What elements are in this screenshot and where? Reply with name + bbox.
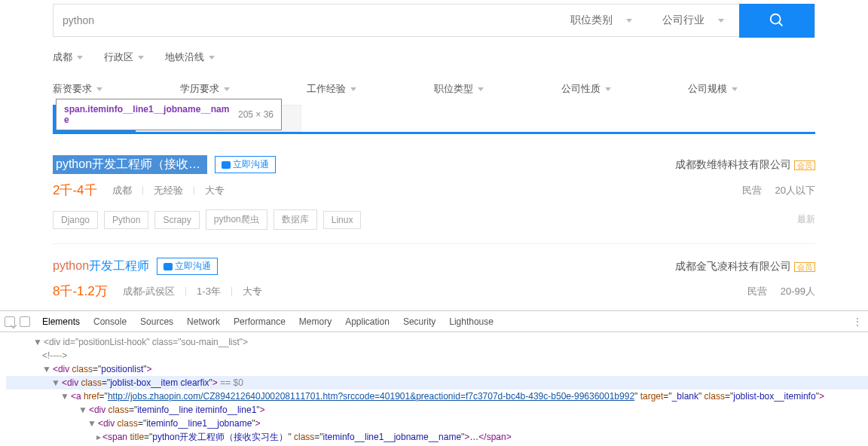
- dt-tab-sources[interactable]: Sources: [140, 316, 173, 327]
- dt-tab-security[interactable]: Security: [403, 316, 436, 327]
- loc-city[interactable]: 成都: [53, 50, 83, 64]
- job-card[interactable]: python开发工程师 立即沟通 成都金飞凌科技有限公司会员 8千-1.2万 成…: [53, 244, 815, 303]
- job-category-dropdown[interactable]: 职位类别: [555, 14, 647, 27]
- search-button[interactable]: [739, 4, 815, 38]
- skill-tag[interactable]: Django: [53, 211, 98, 229]
- job-list: python开发工程师（接收实习... 立即沟通 成都数维特科技有限公司会员 2…: [53, 134, 815, 310]
- chevron-down-icon: [138, 56, 144, 60]
- chat-button[interactable]: 立即沟通: [215, 156, 276, 173]
- skill-tag[interactable]: Linux: [323, 211, 362, 229]
- job-title[interactable]: python开发工程师: [53, 258, 149, 274]
- job-meta: 无经验: [154, 184, 183, 197]
- member-badge: 会员: [794, 160, 815, 170]
- salary: 2千-4千: [53, 182, 97, 199]
- skill-tag[interactable]: 数据库: [274, 209, 317, 230]
- dt-tab-application[interactable]: Application: [345, 316, 390, 327]
- corp-info: 民营20人以下: [742, 184, 815, 197]
- filter-education[interactable]: 学历要求: [180, 82, 307, 96]
- elements-tree[interactable]: ▼<div id="positionList-hook" class="sou-…: [0, 332, 868, 446]
- company-name[interactable]: 成都金飞凌科技有限公司会员: [675, 260, 815, 273]
- corp-info: 民营20-99人: [747, 285, 815, 298]
- member-badge: 会员: [794, 262, 815, 272]
- svg-point-0: [771, 14, 781, 24]
- dt-tab-lighthouse[interactable]: Lighthouse: [449, 316, 494, 327]
- skill-tag[interactable]: python爬虫: [206, 209, 267, 230]
- devtools-panel: Elements Console Sources Network Perform…: [0, 310, 868, 446]
- dt-tab-performance[interactable]: Performance: [234, 316, 286, 327]
- job-meta: 1-3年: [197, 285, 221, 298]
- job-meta: 大专: [243, 285, 262, 298]
- chevron-down-icon: [209, 56, 215, 60]
- latest-badge: 最新: [797, 213, 815, 226]
- more-icon[interactable]: ⋮: [853, 316, 863, 327]
- industry-dropdown[interactable]: 公司行业: [647, 14, 739, 27]
- tooltip-selector: span.iteminfo__line1__jobname__name: [64, 104, 232, 125]
- filter-jobtype[interactable]: 职位类型: [434, 82, 561, 96]
- chat-icon: [222, 161, 231, 169]
- dt-tab-console[interactable]: Console: [93, 316, 127, 327]
- svg-line-1: [779, 23, 783, 26]
- job-title[interactable]: python开发工程师（接收实习...: [53, 155, 207, 174]
- company-name[interactable]: 成都数维特科技有限公司会员: [675, 158, 815, 172]
- devtools-toolbar: Elements Console Sources Network Perform…: [0, 311, 868, 332]
- job-card[interactable]: python开发工程师（接收实习... 立即沟通 成都数维特科技有限公司会员 2…: [53, 142, 815, 244]
- filter-experience[interactable]: 工作经验: [307, 82, 434, 96]
- chevron-down-icon: [626, 19, 632, 23]
- skill-tag[interactable]: Python: [104, 211, 148, 229]
- inspect-icon[interactable]: [5, 316, 15, 327]
- chevron-down-icon: [350, 87, 356, 91]
- chat-button[interactable]: 立即沟通: [157, 258, 218, 275]
- chevron-down-icon: [718, 19, 724, 23]
- dt-tab-memory[interactable]: Memory: [299, 316, 332, 327]
- inspector-tooltip: span.iteminfo__line1__jobname__name 205 …: [56, 99, 282, 130]
- filter-salary[interactable]: 薪资要求: [53, 82, 180, 96]
- chevron-down-icon: [732, 87, 738, 91]
- chevron-down-icon: [224, 87, 230, 91]
- location-filters: 成都 行政区 地铁沿线: [53, 37, 815, 73]
- job-meta: 成都-武侯区: [123, 285, 175, 298]
- chevron-down-icon: [478, 87, 484, 91]
- search-input[interactable]: [53, 14, 555, 26]
- dt-tab-elements[interactable]: Elements: [42, 316, 80, 327]
- chevron-down-icon: [96, 87, 102, 91]
- search-icon: [769, 12, 785, 29]
- job-meta: 大专: [205, 184, 225, 197]
- job-meta: 成都: [112, 184, 132, 197]
- filter-companytype[interactable]: 公司性质: [561, 82, 689, 96]
- chevron-down-icon: [77, 56, 83, 60]
- dt-tab-network[interactable]: Network: [187, 316, 220, 327]
- device-icon[interactable]: [20, 316, 30, 327]
- loc-metro[interactable]: 地铁沿线: [165, 50, 215, 64]
- salary: 8千-1.2万: [53, 283, 108, 300]
- chevron-down-icon: [605, 87, 611, 91]
- tooltip-dims: 205 × 36: [232, 109, 274, 120]
- selected-node[interactable]: ▼<div class="joblist-box__item clearfix"…: [6, 376, 868, 389]
- filter-companysize[interactable]: 公司规模: [688, 82, 815, 96]
- skill-tag[interactable]: Scrapy: [154, 211, 199, 229]
- search-bar: 职位类别 公司行业: [53, 4, 815, 37]
- chat-icon: [164, 263, 173, 270]
- loc-district[interactable]: 行政区: [104, 50, 144, 64]
